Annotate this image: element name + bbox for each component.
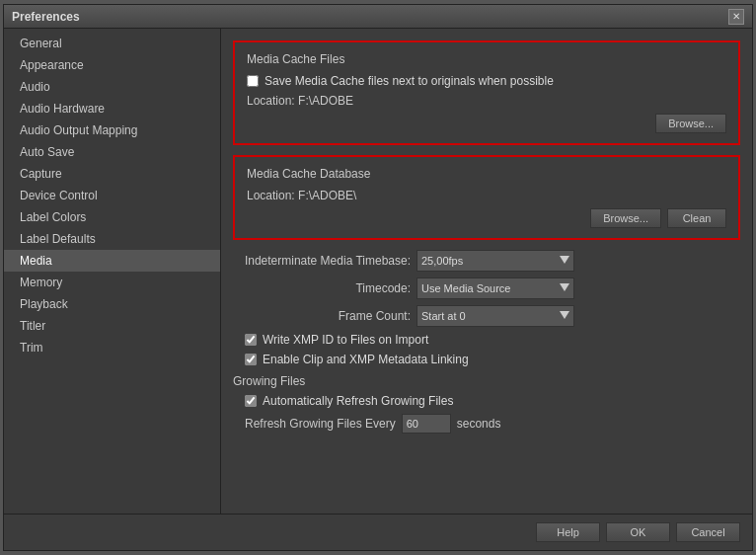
main-panel: Media Cache Files Save Media Cache files… <box>221 29 752 514</box>
close-button[interactable]: ✕ <box>728 9 744 25</box>
timebase-select[interactable]: 25,00fps23,976fps24fps29,97fps30fps <box>416 250 574 272</box>
media-cache-files-section: Media Cache Files Save Media Cache files… <box>233 40 740 145</box>
auto-refresh-label: Automatically Refresh Growing Files <box>263 394 453 408</box>
content-area: GeneralAppearanceAudioAudio HardwareAudi… <box>4 29 752 514</box>
cache-db-buttons-row: Browse... Clean <box>247 208 726 228</box>
sidebar-item-appearance[interactable]: Appearance <box>4 54 220 76</box>
save-cache-label: Save Media Cache files next to originals… <box>265 74 554 88</box>
timebase-row: Indeterminate Media Timebase: 25,00fps23… <box>233 250 740 272</box>
sidebar: GeneralAppearanceAudioAudio HardwareAudi… <box>4 29 221 514</box>
sidebar-item-auto-save[interactable]: Auto Save <box>4 141 220 163</box>
refresh-input[interactable] <box>402 414 451 434</box>
sidebar-item-capture[interactable]: Capture <box>4 163 220 185</box>
refresh-every-label: Refresh Growing Files Every <box>245 417 396 431</box>
sidebar-item-label-colors[interactable]: Label Colors <box>4 206 220 228</box>
cache-files-title: Media Cache Files <box>247 52 726 66</box>
title-bar: Preferences ✕ <box>4 5 752 29</box>
frame-count-label: Frame Count: <box>233 309 411 323</box>
cache-files-browse-button[interactable]: Browse... <box>655 114 726 133</box>
save-cache-row: Save Media Cache files next to originals… <box>247 74 726 88</box>
cache-files-browse-row: Browse... <box>247 114 726 133</box>
footer-bar: Help OK Cancel <box>4 514 752 550</box>
cache-db-location: Location: F:\ADOBE\ <box>247 189 726 202</box>
growing-files-section: Growing Files Automatically Refresh Grow… <box>233 374 740 434</box>
cancel-button[interactable]: Cancel <box>676 522 740 542</box>
enable-clip-label: Enable Clip and XMP Metadata Linking <box>263 353 469 366</box>
refresh-every-row: Refresh Growing Files Every seconds <box>245 414 740 434</box>
ok-button[interactable]: OK <box>606 522 670 542</box>
sidebar-item-general[interactable]: General <box>4 33 220 54</box>
cache-db-title: Media Cache Database <box>247 167 726 181</box>
sidebar-item-titler[interactable]: Titler <box>4 315 220 337</box>
clean-button[interactable]: Clean <box>667 208 726 228</box>
preferences-dialog: Preferences ✕ GeneralAppearanceAudioAudi… <box>3 4 753 551</box>
timecode-select[interactable]: Use Media Source00;00;00;0001;00;00;00 <box>416 278 574 299</box>
write-xmp-label: Write XMP ID to Files on Import <box>263 333 428 347</box>
enable-clip-row: Enable Clip and XMP Metadata Linking <box>245 353 740 366</box>
sidebar-item-media[interactable]: Media <box>4 250 220 272</box>
enable-clip-checkbox[interactable] <box>245 354 257 365</box>
timebase-label: Indeterminate Media Timebase: <box>233 254 411 268</box>
sidebar-item-audio[interactable]: Audio <box>4 76 220 98</box>
cache-files-location-prefix: Location: <box>247 94 295 108</box>
frame-count-row: Frame Count: Start at 0Start at 1 <box>233 305 740 327</box>
write-xmp-checkbox[interactable] <box>245 334 257 346</box>
write-xmp-row: Write XMP ID to Files on Import <box>245 333 740 347</box>
sidebar-item-trim[interactable]: Trim <box>4 337 220 358</box>
sidebar-item-audio-output-mapping[interactable]: Audio Output Mapping <box>4 119 220 141</box>
cache-db-location-prefix: Location: <box>247 189 295 202</box>
auto-refresh-checkbox[interactable] <box>245 395 257 407</box>
sidebar-item-memory[interactable]: Memory <box>4 272 220 293</box>
growing-files-title: Growing Files <box>233 374 740 388</box>
sidebar-item-device-control[interactable]: Device Control <box>4 185 220 206</box>
cache-files-location: Location: F:\ADOBE <box>247 94 726 108</box>
help-button[interactable]: Help <box>536 522 600 542</box>
growing-files-content: Automatically Refresh Growing Files Refr… <box>233 394 740 434</box>
auto-refresh-row: Automatically Refresh Growing Files <box>245 394 740 408</box>
timecode-row: Timecode: Use Media Source00;00;00;0001;… <box>233 278 740 299</box>
frame-count-select[interactable]: Start at 0Start at 1 <box>416 305 574 327</box>
dialog-title: Preferences <box>12 10 80 24</box>
save-cache-checkbox[interactable] <box>247 75 259 87</box>
media-cache-db-section: Media Cache Database Location: F:\ADOBE\… <box>233 155 740 240</box>
sidebar-item-audio-hardware[interactable]: Audio Hardware <box>4 98 220 119</box>
sidebar-item-playback[interactable]: Playback <box>4 293 220 315</box>
sidebar-item-label-defaults[interactable]: Label Defaults <box>4 228 220 250</box>
cache-db-browse-button[interactable]: Browse... <box>590 208 661 228</box>
cache-files-location-value: F:\ADOBE <box>298 94 353 108</box>
seconds-label: seconds <box>457 417 501 431</box>
timecode-label: Timecode: <box>233 281 411 295</box>
cache-db-location-value: F:\ADOBE\ <box>298 189 356 202</box>
